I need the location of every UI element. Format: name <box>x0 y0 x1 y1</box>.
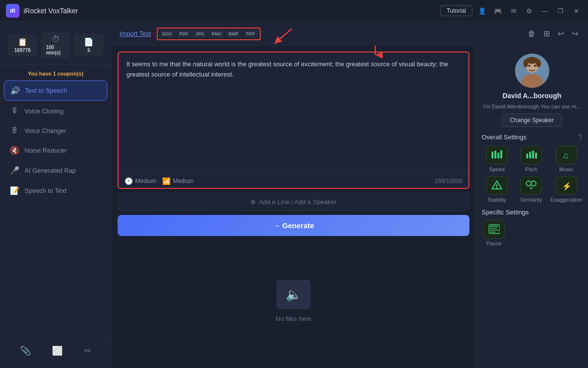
file-btn-doc[interactable]: DOC <box>159 30 175 38</box>
svg-rect-11 <box>500 150 502 158</box>
changer-icon: 🎚 <box>10 126 20 135</box>
svg-point-20 <box>526 181 531 186</box>
sidebar-nav: 🔊 Text to Speech 🎙 Voice Cloning 🎚 Voice… <box>0 80 111 339</box>
sidebar-item-noise-reducer[interactable]: 🔇 Noise Reducer <box>4 141 107 160</box>
svg-point-21 <box>531 181 536 186</box>
screen-icon[interactable]: ⬜ <box>52 345 63 356</box>
noise-label: Noise Reducer <box>24 147 67 154</box>
grid-button[interactable]: ⊞ <box>541 27 552 40</box>
sidebar-bottom: 📎 ⬜ ✂ <box>0 339 111 362</box>
volume-setting-icon: 📶 <box>162 177 171 185</box>
settings-grid: Speed P <box>482 146 582 203</box>
chars-icon: 📋 <box>18 37 27 47</box>
file-type-buttons: DOC PDF JPG PNG BMP TIFF <box>157 27 261 40</box>
editor-footer: 🕐 Medium 📶 Medium 159/10000 <box>119 174 468 188</box>
setting-card-stability[interactable]: Stability <box>482 176 512 203</box>
setting-card-similarity[interactable]: Similarity <box>516 176 546 203</box>
pause-icon <box>483 220 505 238</box>
help-icon[interactable]: ? <box>578 133 582 141</box>
tutorial-button[interactable]: Tutorial <box>440 5 472 16</box>
main-split: It seems to me that the natural world is… <box>112 46 588 368</box>
sidebar-item-voice-changer[interactable]: 🎚 Voice Changer <box>4 121 107 140</box>
no-files-icon: 🔈 <box>276 280 311 309</box>
speaker-avatar <box>515 53 549 88</box>
text-editor[interactable]: It seems to me that the natural world is… <box>119 53 468 174</box>
svg-rect-12 <box>526 154 528 158</box>
app-logo: iR <box>6 4 20 18</box>
stability-card-label: Stability <box>488 197 507 203</box>
exaggeration-svg: ⚡ <box>561 180 572 191</box>
sidebar-item-speech-to-text[interactable]: 📝 Speech to Text <box>4 181 107 200</box>
add-line-label: Add a Line / Add a Speaker <box>259 198 336 206</box>
pitch-icon <box>520 146 542 164</box>
right-panel: David A...borough I'm David Attenborough… <box>475 46 588 368</box>
stat-chars: 📋 169778 <box>8 34 37 56</box>
files-value: 5 <box>87 48 90 53</box>
scissors-icon[interactable]: ✂ <box>84 345 91 356</box>
add-line-button[interactable]: ⊕ Add a Line / Add a Speaker <box>118 193 469 211</box>
titlebar-controls: Tutorial 👤 🎮 ✉ ⚙ — ❐ ✕ <box>440 5 582 17</box>
file-btn-pdf[interactable]: PDF <box>176 30 191 38</box>
files-icon: 📄 <box>84 37 94 47</box>
change-speaker-button[interactable]: Change Speaker <box>501 113 562 127</box>
changer-label: Voice Changer <box>24 127 66 134</box>
sidebar-item-ai-rap[interactable]: 🎤 AI Generated Rap <box>4 161 107 180</box>
similarity-card-label: Similarity <box>520 197 542 203</box>
close-button[interactable]: ✕ <box>570 5 582 17</box>
setting-card-music[interactable]: ♫ Music <box>550 146 582 172</box>
speed-value: Medium <box>135 178 156 184</box>
speaker-card: David A...borough I'm David Attenborough… <box>482 53 582 127</box>
controller-icon[interactable]: 🎮 <box>492 5 504 17</box>
redo-button[interactable]: ↪ <box>570 27 580 40</box>
svg-text:♫: ♫ <box>562 151 569 160</box>
sidebar-item-text-to-speech[interactable]: 🔊 Text to Speech <box>4 80 107 101</box>
noise-icon: 🔇 <box>10 146 20 155</box>
setting-card-exaggeration[interactable]: ⚡ Exaggeration <box>550 176 582 203</box>
overall-settings-title: Overall Settings <box>482 133 527 141</box>
svg-point-4 <box>534 65 536 67</box>
similarity-icon <box>520 176 542 195</box>
svg-point-19 <box>496 187 498 189</box>
exaggeration-card-label: Exaggeration <box>550 197 582 203</box>
file-btn-png[interactable]: PNG <box>209 30 224 38</box>
import-text-button[interactable]: Import Text <box>120 30 151 37</box>
user-icon[interactable]: 👤 <box>476 5 488 17</box>
maximize-button[interactable]: ❐ <box>555 5 566 17</box>
toolbar: Import Text DOC PDF JPG PNG BMP TIFF <box>112 22 588 46</box>
svg-rect-9 <box>494 151 496 158</box>
undo-button[interactable]: ↩ <box>556 27 566 40</box>
speed-card-label: Speed <box>489 166 505 172</box>
pitch-card-label: Pitch <box>525 166 537 172</box>
generate-button[interactable]: → Generate <box>118 215 469 236</box>
stt-label: Speech to Text <box>24 187 67 194</box>
attach-icon[interactable]: 📎 <box>20 345 31 356</box>
file-btn-bmp[interactable]: BMP <box>226 30 242 38</box>
file-btn-jpg[interactable]: JPG <box>193 30 207 38</box>
tts-icon: 🔊 <box>10 86 20 95</box>
no-files-text: No files here <box>276 315 312 322</box>
pause-svg <box>488 224 500 235</box>
volume-setting[interactable]: 📶 Medium <box>162 177 194 185</box>
stability-svg <box>491 180 503 191</box>
svg-rect-10 <box>497 153 499 158</box>
minimize-button[interactable]: — <box>539 5 551 17</box>
speed-setting-icon: 🕐 <box>124 177 133 185</box>
stat-files: 📄 5 <box>74 34 103 56</box>
settings-icon[interactable]: ⚙ <box>523 5 535 17</box>
delete-button[interactable]: 🗑 <box>526 27 538 40</box>
volume-value: Medium <box>173 178 194 184</box>
mail-icon[interactable]: ✉ <box>508 5 519 17</box>
sidebar-item-voice-cloning[interactable]: 🎙 Voice Cloning <box>4 102 107 120</box>
file-btn-tiff[interactable]: TIFF <box>243 30 258 38</box>
svg-text:⚡: ⚡ <box>562 182 572 191</box>
overall-settings-header: Overall Settings ? <box>482 133 582 141</box>
speed-setting[interactable]: 🕐 Medium <box>124 177 156 185</box>
pitch-svg <box>525 150 537 160</box>
tts-label: Text to Speech <box>25 87 67 94</box>
setting-card-pause[interactable]: Pause <box>482 220 506 246</box>
setting-card-pitch[interactable]: Pitch <box>516 146 546 172</box>
setting-card-speed[interactable]: Speed <box>482 146 512 172</box>
char-count: 159/10000 <box>435 178 463 184</box>
svg-point-3 <box>528 65 530 67</box>
specific-settings-section: Specific Settings <box>482 209 582 246</box>
